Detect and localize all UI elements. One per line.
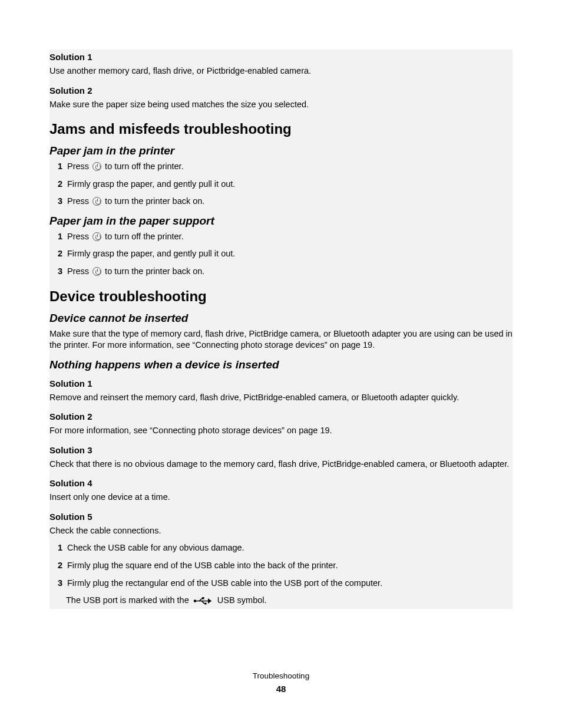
solution-text: Check that there is no obvious damage to… — [49, 459, 513, 470]
step-number: 2 — [54, 560, 62, 572]
step-number: 1 — [54, 542, 62, 554]
step: 3Press to turn the printer back on. — [49, 266, 513, 278]
step: 2Firmly plug the square end of the USB c… — [49, 560, 513, 572]
step: 1Press to turn off the printer. — [49, 161, 513, 173]
step-number: 3 — [54, 266, 62, 278]
heading-device: Device troubleshooting — [49, 288, 513, 305]
step-text-a: Press — [67, 266, 91, 276]
step: 2Firmly grasp the paper, and gently pull… — [49, 179, 513, 190]
step-number: 1 — [54, 231, 62, 243]
solution-title: Solution 1 — [49, 376, 513, 388]
solution-text: Insert only one device at a time. — [49, 492, 513, 503]
solution-title: Solution 4 — [49, 476, 513, 488]
usb-icon — [193, 597, 213, 609]
step-text-a: Press — [67, 232, 91, 241]
svg-point-3 — [204, 602, 207, 605]
solution-title: Solution 2 — [49, 83, 513, 95]
solution-text: Use another memory card, flash drive, or… — [49, 65, 513, 77]
solution-text: For more information, see “Connecting ph… — [49, 425, 513, 437]
solution-title: Solution 2 — [49, 409, 513, 421]
step-text: Firmly grasp the paper, and gently pull … — [67, 179, 235, 189]
step-number: 2 — [54, 248, 62, 260]
step-number: 3 — [54, 196, 62, 207]
step: 2Firmly grasp the paper, and gently pull… — [49, 248, 513, 260]
subheading-nothing-happens: Nothing happens when a device is inserte… — [49, 358, 513, 371]
step-text-a: Press — [67, 196, 91, 206]
step-text: Firmly plug the rectangular end of the U… — [67, 578, 382, 588]
step: 3Firmly plug the rectangular end of the … — [49, 578, 513, 589]
page-content: Solution 1 Use another memory card, flas… — [49, 50, 513, 609]
step-text-b: to turn the printer back on. — [103, 266, 204, 276]
note-text-a: The USB port is marked with the — [66, 595, 191, 605]
footer-section: Troubleshooting — [0, 671, 562, 680]
footer-page-number: 48 — [0, 684, 562, 694]
step-number: 2 — [54, 179, 62, 190]
body-text: Make sure that the type of memory card, … — [49, 328, 513, 351]
step-note: The USB port is marked with the USB symb… — [49, 595, 513, 609]
step-text: Firmly grasp the paper, and gently pull … — [67, 249, 235, 258]
subheading-device-cannot: Device cannot be inserted — [49, 312, 513, 325]
subheading-paper-jam-support: Paper jam in the paper support — [49, 215, 513, 228]
solution-text: Remove and reinsert the memory card, fla… — [49, 392, 513, 404]
note-text-b: USB symbol. — [215, 595, 267, 605]
solution-title: Solution 3 — [49, 443, 513, 455]
solution-title: Solution 5 — [49, 509, 513, 522]
solution-text: Check the cable connections. — [49, 525, 513, 537]
step-text-b: to turn off the printer. — [103, 232, 184, 241]
power-icon — [92, 232, 101, 241]
power-icon — [92, 197, 101, 206]
heading-jams: Jams and misfeeds troubleshooting — [49, 121, 513, 137]
step-text: Check the USB cable for any obvious dama… — [67, 543, 244, 552]
step-number: 3 — [54, 578, 62, 589]
step-number: 1 — [54, 161, 62, 173]
svg-rect-2 — [202, 597, 204, 599]
solution-text: Make sure the paper size being used matc… — [49, 99, 513, 111]
svg-point-1 — [193, 599, 196, 602]
step: 1Check the USB cable for any obvious dam… — [49, 542, 513, 554]
step-text-b: to turn off the printer. — [103, 162, 184, 171]
solution-title: Solution 1 — [49, 50, 513, 62]
power-icon — [92, 162, 101, 171]
subheading-paper-jam-printer: Paper jam in the printer — [49, 144, 513, 157]
power-icon — [92, 267, 101, 276]
step-text-b: to turn the printer back on. — [103, 196, 204, 206]
step-text-a: Press — [67, 162, 91, 171]
step-text: Firmly plug the square end of the USB ca… — [67, 561, 338, 570]
step: 1Press to turn off the printer. — [49, 231, 513, 243]
page-footer: Troubleshooting 48 — [0, 671, 562, 694]
step: 3Press to turn the printer back on. — [49, 196, 513, 207]
